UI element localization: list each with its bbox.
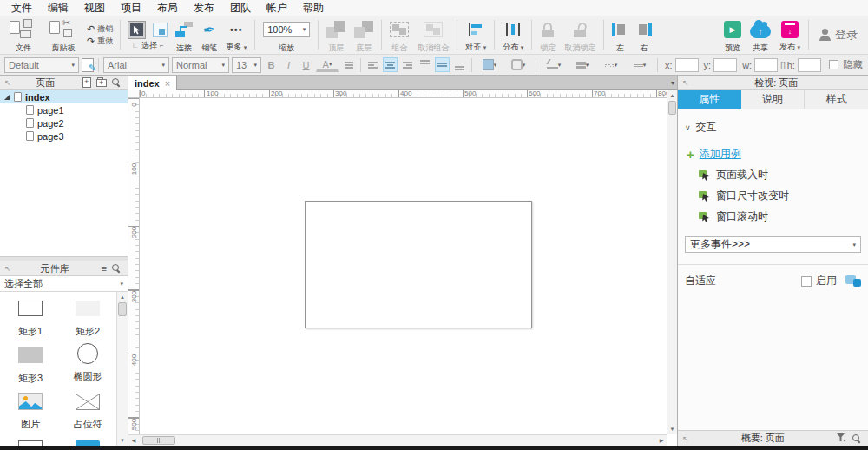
event-page-load[interactable]: 页面载入时 [699, 168, 861, 182]
menu-account[interactable]: 帐户 [259, 0, 295, 17]
add-case-link[interactable]: + 添加用例 [687, 147, 861, 162]
valign-bottom-button[interactable] [452, 57, 467, 72]
widget-menu-icon[interactable]: ≡ [99, 263, 109, 274]
canvas-horizontal-scrollbar[interactable]: ◀ ▶ [128, 434, 667, 446]
h-input[interactable] [798, 58, 821, 72]
unlock-button[interactable]: 取消锁定 [560, 16, 600, 54]
add-folder-icon[interactable] [96, 79, 107, 87]
tree-item-page2[interactable]: page2 [0, 116, 128, 129]
login-button[interactable]: 登录 [812, 16, 865, 54]
menu-layout[interactable]: 布局 [149, 0, 186, 17]
arrow-style-button[interactable]: ▾ [627, 57, 653, 72]
widget-library-select[interactable]: 选择全部 ▾ [0, 276, 128, 292]
more-tools[interactable]: ••• 更多 ▾ [221, 16, 251, 54]
tree-item-page1[interactable]: page1 [0, 103, 128, 116]
canvas-vertical-scrollbar[interactable]: ▲ ▼ [667, 90, 677, 434]
lock-button[interactable]: 锁定 [536, 16, 560, 54]
tab-properties[interactable]: 属性 [678, 90, 741, 109]
publish-button[interactable]: ↓ 发布 ▾ [775, 16, 805, 54]
w-input[interactable] [754, 58, 778, 72]
tab-style[interactable]: 样式 [805, 90, 868, 109]
send-to-back-button[interactable]: 底层 [350, 16, 378, 54]
scroll-down-icon[interactable]: ▼ [117, 436, 128, 445]
redo-button[interactable]: ↷ 重做 [87, 36, 113, 47]
align-right-edge-button[interactable]: 右 [632, 16, 656, 54]
line-style-button[interactable]: ▾ [598, 57, 624, 72]
save-icon[interactable] [23, 19, 32, 28]
cut-icon[interactable]: ✂ [62, 17, 70, 29]
more-events-select[interactable]: 更多事件>>> ▾ [685, 236, 861, 253]
x-input[interactable] [675, 58, 699, 72]
bold-button[interactable]: B [264, 57, 279, 72]
font-size-select[interactable]: 13 ▾ [232, 57, 261, 73]
fill-color-button[interactable]: ▾ [477, 57, 503, 72]
group-button[interactable]: 组合 [385, 16, 413, 54]
undo-button[interactable]: ↶ 撤销 [87, 23, 113, 35]
corner-radius-button[interactable]: ▾ [505, 57, 531, 72]
font-color-button[interactable]: A▾ [316, 57, 339, 72]
clipboard-tools[interactable]: ✂ 剪贴板 [43, 16, 83, 54]
tree-item-page3[interactable]: page3 [0, 129, 128, 142]
scroll-up-icon[interactable]: ▲ [117, 293, 128, 301]
menu-file[interactable]: 文件 [3, 0, 40, 17]
interactions-section-header[interactable]: ∨ 交互 [685, 120, 861, 135]
italic-button[interactable]: I [281, 57, 296, 72]
pin-icon[interactable]: ↖ [4, 264, 11, 273]
new-file-icon[interactable] [10, 21, 20, 34]
tree-item-index[interactable]: index [0, 90, 128, 103]
copy-icon[interactable] [63, 29, 72, 37]
filter-icon[interactable] [837, 433, 846, 443]
menu-view[interactable]: 视图 [76, 0, 113, 17]
menu-publish[interactable]: 发布 [186, 0, 222, 17]
scroll-thumb[interactable] [142, 436, 175, 445]
tab-list-dropdown-icon[interactable]: ▾ [671, 76, 674, 90]
ungroup-button[interactable]: 取消组合 [413, 16, 453, 54]
paste-icon[interactable] [49, 21, 60, 34]
preview-button[interactable]: ▶ 预览 [720, 16, 746, 54]
valign-top-button[interactable] [418, 57, 432, 72]
align-text-right-button[interactable] [400, 57, 415, 72]
align-text-left-button[interactable] [365, 57, 380, 72]
open-folder-icon[interactable] [20, 30, 31, 38]
line-width-button[interactable]: ▾ [569, 57, 595, 72]
widget-scrollbar[interactable]: ▲ ▼ [116, 292, 128, 446]
adaptive-enable-checkbox[interactable] [801, 276, 812, 287]
event-window-resize[interactable]: 窗口尺寸改变时 [699, 189, 861, 203]
search-icon[interactable] [112, 78, 121, 87]
scroll-up-icon[interactable]: ▲ [667, 91, 677, 100]
font-family-select[interactable]: Arial ▾ [103, 57, 169, 73]
menu-project[interactable]: 项目 [113, 0, 149, 17]
select-contain-button[interactable] [153, 23, 168, 37]
style-preset-select[interactable]: Default ▾ [4, 57, 79, 73]
zoom-select[interactable]: 100% ▾ [263, 22, 310, 37]
search-icon[interactable] [852, 434, 861, 443]
widget-ellipse[interactable]: 椭圆形 [60, 342, 115, 383]
widget-rect3[interactable]: 矩形3 [3, 344, 58, 385]
valign-middle-button[interactable] [435, 57, 450, 72]
select-intersect-button[interactable] [128, 21, 146, 39]
menu-help[interactable]: 帮助 [295, 0, 332, 17]
rectangle-widget[interactable] [305, 201, 532, 328]
y-input[interactable] [713, 58, 737, 72]
bring-to-front-button[interactable]: 顶层 [322, 16, 350, 54]
tab-index[interactable]: index × [128, 76, 177, 90]
search-icon[interactable] [112, 264, 121, 273]
widget-rect2[interactable]: 矩形2 [60, 297, 115, 338]
pin-icon[interactable]: ↖ [682, 78, 689, 87]
menu-team[interactable]: 团队 [222, 0, 259, 17]
widget-image[interactable]: 图片 [3, 390, 58, 431]
tab-close-icon[interactable]: × [165, 78, 170, 89]
line-color-button[interactable]: ▾ [541, 57, 567, 72]
share-button[interactable]: ↑ 共享 [746, 16, 775, 54]
expander-icon[interactable] [3, 95, 10, 100]
widget-rect1[interactable]: 矩形1 [3, 297, 58, 338]
connect-tool[interactable]: 连接 [171, 16, 197, 54]
align-text-center-button[interactable] [383, 57, 398, 72]
scroll-down-icon[interactable]: ▼ [667, 425, 677, 433]
pen-tool[interactable]: ✒ 钢笔 [197, 16, 221, 54]
link-dimensions-icon[interactable]: [ ] [780, 61, 785, 69]
widget-placeholder[interactable]: 占位符 [60, 390, 115, 431]
align-left-edge-button[interactable]: 左 [608, 16, 632, 54]
scroll-left-icon[interactable]: ◀ [128, 435, 139, 446]
underline-button[interactable]: U [299, 57, 313, 72]
